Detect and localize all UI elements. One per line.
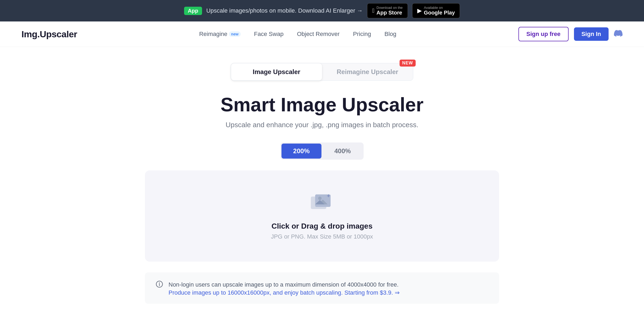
nav-links: Reimagine new Face Swap Object Remover P…	[199, 31, 396, 38]
tabs-container: Image Upscaler Reimagine Upscaler NEW	[145, 63, 499, 81]
appstore-small-text: Download on the	[376, 6, 403, 10]
nav-actions: Sign up free Sign In	[518, 27, 623, 41]
tab-image-upscaler[interactable]: Image Upscaler	[231, 63, 322, 80]
main-content: Image Upscaler Reimagine Upscaler NEW Sm…	[134, 47, 510, 322]
scale-200-button[interactable]: 200%	[281, 144, 321, 159]
tab-image-upscaler-label: Image Upscaler	[253, 68, 300, 75]
info-content: Non-login users can upscale images up to…	[169, 280, 400, 296]
apple-icon: 	[372, 7, 374, 14]
signin-button[interactable]: Sign In	[574, 27, 609, 41]
bottom-partial-title: Bati...	[145, 320, 499, 322]
upload-icon-container: +	[309, 192, 335, 214]
tab-reimagine-upscaler[interactable]: Reimagine Upscaler NEW	[322, 63, 413, 80]
scale-options: 200% 400%	[280, 142, 364, 160]
googleplay-icon: ▶	[417, 7, 422, 14]
nav-blog[interactable]: Blog	[385, 31, 396, 38]
signup-button[interactable]: Sign up free	[518, 27, 569, 41]
navbar: Img.Upscaler Reimagine new Face Swap Obj…	[0, 21, 644, 47]
googleplay-button[interactable]: ▶ Available on Google Play	[412, 3, 460, 18]
info-main-text: Non-login users can upscale images up to…	[169, 280, 400, 289]
tabs: Image Upscaler Reimagine Upscaler NEW	[231, 63, 413, 81]
nav-face-swap-label: Face Swap	[254, 31, 284, 38]
nav-blog-label: Blog	[385, 31, 396, 38]
appstore-button[interactable]:  Download on the App Store	[367, 3, 408, 18]
info-box: Non-login users can upscale images up to…	[145, 272, 499, 304]
upload-title: Click or Drag & drop images	[272, 222, 373, 230]
googleplay-large-text: Google Play	[424, 10, 455, 16]
nav-reimagine[interactable]: Reimagine new	[199, 31, 240, 38]
nav-object-remover[interactable]: Object Remover	[297, 31, 340, 38]
nav-reimagine-label: Reimagine	[199, 31, 227, 38]
svg-point-2	[318, 197, 322, 200]
upload-area[interactable]: + Click or Drag & drop images JPG or PNG…	[145, 170, 499, 262]
logo[interactable]: Img.Upscaler	[21, 29, 77, 39]
new-badge: NEW	[400, 60, 416, 67]
discord-icon[interactable]	[614, 29, 623, 39]
upload-subtitle: JPG or PNG. Max Size 5MB or 1000px	[271, 233, 373, 240]
nav-object-remover-label: Object Remover	[297, 31, 340, 38]
nav-pricing-label: Pricing	[353, 31, 371, 38]
tab-reimagine-upscaler-label: Reimagine Upscaler	[337, 68, 398, 75]
nav-pricing[interactable]: Pricing	[353, 31, 371, 38]
hero-subtitle: Upscale and enhance your .jpg, .png imag…	[145, 121, 499, 129]
banner-text: Upscale images/photos on mobile. Downloa…	[206, 7, 363, 14]
upload-images-icon: +	[309, 192, 335, 213]
svg-text:+: +	[327, 192, 330, 199]
hero-title: Smart Image Upscaler	[145, 94, 499, 115]
top-banner: App Upscale images/photos on mobile. Dow…	[0, 0, 644, 21]
info-icon	[156, 280, 163, 290]
nav-face-swap[interactable]: Face Swap	[254, 31, 284, 38]
googleplay-small-text: Available on	[424, 6, 443, 10]
app-badge: App	[184, 7, 202, 15]
info-upgrade-link[interactable]: Produce images up to 16000x16000px, and …	[169, 289, 400, 296]
reimagine-new-badge: new	[229, 31, 240, 37]
appstore-large-text: App Store	[376, 10, 402, 16]
scale-selector: 200% 400%	[145, 142, 499, 160]
scale-400-button[interactable]: 400%	[323, 144, 363, 159]
